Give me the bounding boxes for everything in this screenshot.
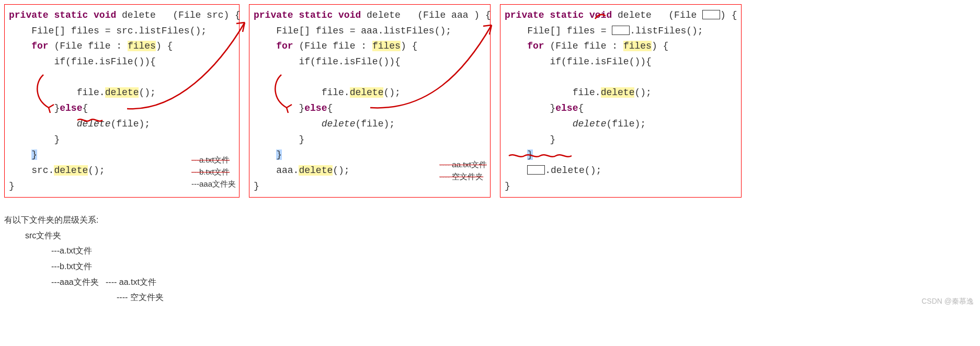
note-item: ---- 空文件夹 [439,172,483,181]
watermark: CSDN @秦慕逸 [921,297,974,306]
note-item: ---a.txt文件 [191,155,230,164]
brace-highlight: } [31,149,37,160]
code-block-3: private static void delete (File ) { Fil… [505,8,735,194]
side-notes-1: ---a.txt文件 ---b.txt文件 ---aaa文件夹 [191,154,236,190]
code-line: File[] files = src.listFiles(); [31,26,207,36]
code-line: if(file.isFile()){ [54,56,155,67]
code-line: File[] files = aaa.listFiles(); [276,26,451,36]
keyword: private static void [9,10,116,20]
code-panel-3: private static void delete (File ) { Fil… [500,4,742,198]
note-item: ---- aa.txt文件 [439,160,487,169]
folder-hierarchy: 有以下文件夹的层级关系: src文件夹 ---a.txt文件 ---b.txt文… [4,212,976,305]
method-name: delete [122,10,156,20]
note-item: ---b.txt文件 [191,167,230,176]
blank-box [527,165,545,175]
hierarchy-item: ---- 空文件夹 [4,290,976,305]
hierarchy-item: src文件夹 [4,228,976,244]
note-item: ---aaa文件夹 [191,179,236,188]
side-notes-2: ---- aa.txt文件 ---- 空文件夹 [439,158,487,183]
recursive-call: delete [77,119,111,129]
panels-row: private static void delete (File src) { … [4,4,976,198]
hierarchy-item: ---aaa文件夹 ---- aa.txt文件 [4,274,976,290]
blank-box [702,10,720,19]
blank-box [612,26,630,35]
hierarchy-title: 有以下文件夹的层级关系: [4,212,976,228]
code-panel-1: private static void delete (File src) { … [4,4,240,198]
code-panel-2: private static void delete (File aaa ) {… [249,4,491,198]
hierarchy-item: ---a.txt文件 [4,243,976,259]
hierarchy-item: ---b.txt文件 [4,259,976,274]
